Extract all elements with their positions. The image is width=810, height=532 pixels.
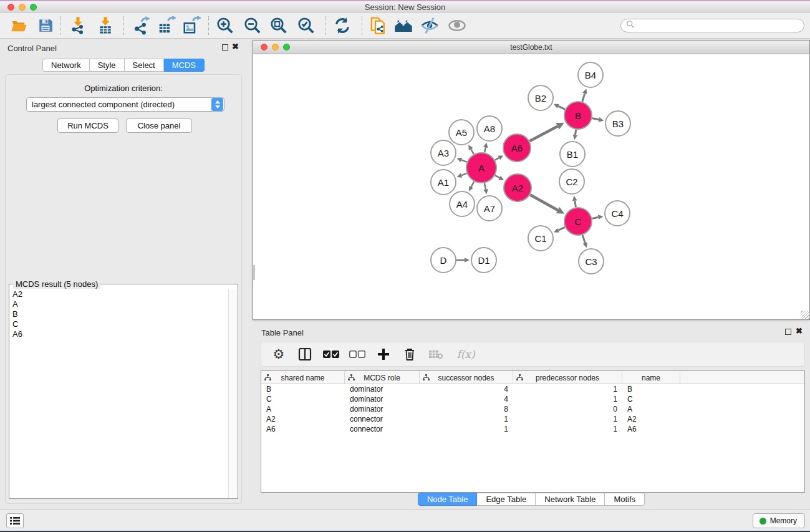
edge-A-A2[interactable]	[495, 175, 499, 178]
table-cell[interactable]: 1	[513, 384, 622, 394]
column-header-MCDS-role[interactable]: MCDS role	[345, 371, 420, 384]
add-column-icon[interactable]	[375, 346, 392, 363]
import-network-icon[interactable]	[66, 15, 90, 36]
edge-A2-C[interactable]	[530, 195, 557, 210]
table-row[interactable]: Adominator80A	[261, 404, 804, 414]
result-item[interactable]: A2	[10, 289, 228, 299]
column-header-predecessor-nodes[interactable]: predecessor nodes	[513, 371, 622, 384]
tab-edge-table[interactable]: Edge Table	[477, 493, 536, 506]
edge-A-A1[interactable]	[461, 173, 467, 175]
table-cell[interactable]: C	[261, 394, 345, 404]
close-panel-button[interactable]: Close panel	[126, 118, 192, 133]
tab-select[interactable]: Select	[125, 59, 164, 72]
settings-gear-icon[interactable]: ⚙	[270, 346, 287, 363]
network-canvas[interactable]: AA6A2BCA1A3A4A5A7A8B1B2B3B4C1C2C3C4DD1	[253, 54, 809, 319]
edge-A-A8[interactable]	[485, 147, 486, 152]
window-resize-grip[interactable]	[801, 311, 809, 319]
table-cell[interactable]: B	[622, 384, 680, 394]
table-cell[interactable]: B	[261, 384, 345, 394]
edge-A6-B[interactable]	[529, 126, 557, 141]
tab-style[interactable]: Style	[90, 59, 125, 72]
tab-mcds[interactable]: MCDS	[164, 59, 205, 72]
float-panel-icon[interactable]	[222, 44, 228, 51]
show-panels-list-button[interactable]	[6, 513, 24, 528]
copy-network-icon[interactable]	[367, 15, 390, 36]
table-cell[interactable]: 1	[420, 414, 513, 424]
table-cell[interactable]: dominator	[345, 404, 420, 414]
table-cell[interactable]: A	[261, 404, 345, 414]
export-image-icon[interactable]	[180, 15, 203, 36]
network-graph[interactable]: AA6A2BCA1A3A4A5A7A8B1B2B3B4C1C2C3C4DD1	[253, 54, 809, 320]
zoom-in-icon[interactable]	[213, 15, 237, 36]
result-item[interactable]: A	[10, 299, 228, 309]
edge-A-A5[interactable]	[471, 149, 474, 154]
table-cell[interactable]: A2	[261, 414, 345, 424]
edge-C-C4[interactable]	[592, 217, 599, 218]
open-folder-icon[interactable]	[7, 15, 31, 36]
float-table-panel-icon[interactable]	[785, 329, 791, 335]
table-row[interactable]: Bdominator41B	[261, 384, 804, 394]
birdseye-view-icon[interactable]	[445, 15, 469, 36]
table-cell[interactable]: A2	[622, 414, 680, 424]
table-cell[interactable]: dominator	[345, 384, 420, 394]
mcds-result-list[interactable]: A2ABCA6	[10, 289, 228, 498]
table-cell[interactable]: dominator	[345, 394, 420, 404]
table-cell[interactable]: A	[622, 404, 680, 414]
table-cell[interactable]: 1	[420, 424, 513, 434]
deselect-all-icon[interactable]	[349, 346, 366, 363]
table-cell[interactable]: 4	[420, 384, 513, 394]
table-cell[interactable]: connector	[345, 424, 420, 434]
function-builder-icon[interactable]: f(x)	[453, 346, 478, 363]
table-cell[interactable]: A6	[261, 424, 345, 434]
edge-B-B4[interactable]	[582, 94, 585, 102]
select-all-icon[interactable]	[322, 346, 340, 363]
refresh-icon[interactable]	[330, 15, 354, 36]
table-cell[interactable]: 1	[513, 424, 622, 434]
table-row[interactable]: A6connector11A6	[261, 424, 804, 434]
edge-B-B1[interactable]	[575, 130, 576, 135]
edge-C-C2[interactable]	[575, 201, 576, 208]
result-item[interactable]: A6	[10, 329, 228, 339]
hide-graphics-details-icon[interactable]	[418, 15, 441, 36]
edge-C-C3[interactable]	[582, 235, 585, 243]
zoom-out-icon[interactable]	[241, 15, 264, 36]
table-cell[interactable]: 1	[513, 414, 622, 424]
column-header-successor-nodes[interactable]: successor nodes	[420, 371, 513, 384]
network-window-titlebar[interactable]: testGlobe.txt	[253, 41, 809, 54]
tab-network-table[interactable]: Network Table	[536, 493, 605, 506]
column-selector-icon[interactable]	[296, 346, 314, 363]
run-mcds-button[interactable]: Run MCDS	[57, 118, 118, 133]
close-table-panel-icon[interactable]: ✖	[796, 326, 803, 336]
table-row[interactable]: A2connector11A2	[261, 414, 804, 424]
search-input[interactable]	[620, 19, 804, 32]
table-cell[interactable]: 1	[513, 394, 622, 404]
result-item[interactable]: B	[10, 309, 228, 319]
zoom-fit-icon[interactable]	[267, 15, 291, 36]
table-cell[interactable]: 0	[513, 404, 622, 414]
export-table-icon[interactable]	[155, 15, 178, 36]
table-cell[interactable]: 4	[420, 394, 513, 404]
result-scrollbar[interactable]	[228, 289, 237, 498]
export-network-icon[interactable]	[130, 15, 153, 36]
close-panel-icon[interactable]: ✖	[232, 42, 239, 51]
table-cell[interactable]: C	[622, 394, 680, 404]
tab-node-table[interactable]: Node Table	[418, 493, 478, 506]
edge-A-A3[interactable]	[461, 160, 467, 162]
save-icon[interactable]	[34, 15, 57, 36]
network-vscroll-thumb[interactable]	[253, 265, 255, 280]
edge-A-A6[interactable]	[495, 158, 499, 160]
result-item[interactable]: C	[10, 319, 228, 329]
tab-motifs[interactable]: Motifs	[605, 493, 645, 506]
edge-A-A4[interactable]	[471, 181, 475, 187]
delete-table-icon[interactable]	[427, 346, 445, 363]
column-header-shared-name[interactable]: shared name	[261, 371, 345, 384]
edge-C-C1[interactable]	[558, 227, 565, 230]
criterion-dropdown[interactable]: largest connected component (directed)	[26, 97, 224, 112]
table-cell[interactable]: 8	[420, 404, 513, 414]
table-row[interactable]: Cdominator41C	[261, 394, 804, 404]
home-icon[interactable]	[392, 15, 415, 36]
zoom-selected-icon[interactable]	[294, 15, 318, 36]
edge-B-B3[interactable]	[592, 118, 599, 120]
table-cell[interactable]: A6	[622, 424, 680, 434]
node-table-header[interactable]: shared nameMCDS rolesuccessor nodesprede…	[261, 371, 804, 384]
